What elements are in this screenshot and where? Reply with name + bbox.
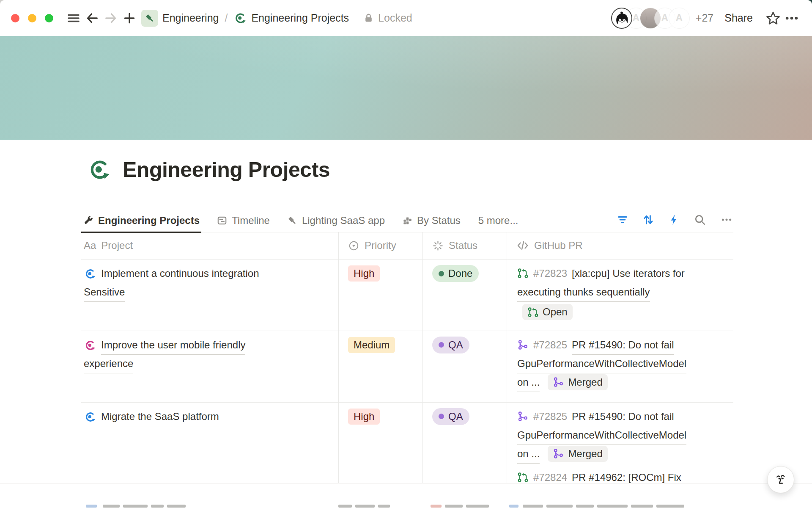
status-label: QA <box>448 411 463 422</box>
status-dot <box>439 342 444 348</box>
column-header-github-pr[interactable]: GitHub PR <box>507 232 733 259</box>
pr-number: #72825 <box>533 336 567 354</box>
pr-line: on ...Merged <box>517 445 727 464</box>
filter-icon[interactable] <box>617 214 628 226</box>
view-tab-lighting-saas-app[interactable]: Lighting SaaS app <box>285 215 387 232</box>
status-cell[interactable]: QA <box>422 331 507 402</box>
github-pr-cell[interactable]: #72825PR #15490: Do not failGpuPerforman… <box>507 403 733 483</box>
project-title-line: Sensitive <box>84 283 332 302</box>
pr-state-badge[interactable]: Open <box>522 304 573 320</box>
priority-tag[interactable]: High <box>348 409 380 425</box>
pr-title-link[interactable]: GpuPerformanceWithCollectiveModel <box>517 355 686 373</box>
pr-line: executing thunks sequentially <box>517 283 727 302</box>
pr-line: GpuPerformanceWithCollectiveModel <box>517 426 727 445</box>
search-icon[interactable] <box>694 213 706 226</box>
pr-title-link[interactable]: GpuPerformanceWithCollectiveModel <box>517 426 686 445</box>
favorite-button[interactable] <box>764 9 782 28</box>
project-title-link[interactable]: Sensitive <box>84 283 125 302</box>
clipped-next-row <box>0 505 812 508</box>
github-pr-cell[interactable]: #72825PR #15490: Do not failGpuPerforman… <box>507 331 733 402</box>
pr-title-link[interactable]: executing thunks sequentially <box>517 283 650 302</box>
pr-title-link[interactable]: PR #14962: [ROCm] Fix <box>572 469 681 483</box>
column-header-status[interactable]: Status <box>422 232 507 259</box>
pr-title-link[interactable]: PR #15490: Do not fail <box>572 408 674 426</box>
pr-number: #72823 <box>533 265 567 282</box>
priority-tag[interactable]: High <box>348 265 380 282</box>
project-title-link[interactable]: experience <box>84 355 133 373</box>
pr-state-badge[interactable]: Merged <box>548 374 607 390</box>
project-cycle-icon <box>84 411 96 423</box>
project-cell[interactable]: Migrate the SaaS platform <box>81 403 338 483</box>
project-title-link[interactable]: Implement a continuous integration <box>101 265 259 283</box>
project-title-link[interactable]: Migrate the SaaS platform <box>101 408 219 426</box>
more-views-button[interactable]: 5 more... <box>478 215 518 232</box>
back-button[interactable] <box>83 9 102 28</box>
breadcrumb-parent-label[interactable]: Engineering <box>162 12 219 24</box>
project-cell[interactable]: Implement a continuous integrationSensit… <box>81 260 338 331</box>
locked-indicator[interactable]: Locked <box>363 12 412 24</box>
breadcrumb-separator: / <box>225 12 228 24</box>
pr-line: #72823[xla:cpu] Use iterators for <box>517 265 727 283</box>
project-cell[interactable]: Improve the user mobile friendlyexperien… <box>81 331 338 402</box>
pr-state-badge[interactable]: Merged <box>548 446 607 462</box>
new-page-button[interactable] <box>120 9 139 28</box>
column-header-project[interactable]: AaProject <box>81 232 338 259</box>
view-options-ellipsis-icon[interactable] <box>720 213 733 226</box>
page-title[interactable]: Engineering Projects <box>123 157 330 182</box>
status-cell[interactable]: Done <box>422 260 507 331</box>
view-tab-engineering-projects[interactable]: Engineering Projects <box>81 215 201 233</box>
pr-open-icon <box>527 306 539 318</box>
sidebar-toggle-button[interactable] <box>64 9 83 28</box>
status-pill[interactable]: QA <box>432 337 469 353</box>
minimize-window-button[interactable] <box>28 14 36 22</box>
project-title-line: Improve the user mobile friendly <box>84 336 332 355</box>
pr-badge-line: Open <box>522 303 727 320</box>
column-header-priority[interactable]: Priority <box>338 232 422 259</box>
close-window-button[interactable] <box>11 14 19 22</box>
wrench-icon <box>83 215 94 226</box>
page-icon-cycle[interactable] <box>87 157 112 182</box>
github-pr-cell[interactable]: #72823[xla:cpu] Use iterators forexecuti… <box>507 260 733 331</box>
status-pill[interactable]: Done <box>432 265 479 282</box>
view-tab-timeline[interactable]: Timeline <box>215 215 272 232</box>
project-title-link[interactable]: Improve the user mobile friendly <box>101 336 245 355</box>
view-tab-by-status[interactable]: By Status <box>400 215 462 232</box>
avatar-letter: A <box>676 12 683 24</box>
ellipsis-icon <box>783 10 800 27</box>
breadcrumb-current-label[interactable]: Engineering Projects <box>251 12 349 24</box>
zoom-window-button[interactable] <box>45 14 53 22</box>
pr-title-link[interactable]: PR #15490: Do not fail <box>572 336 674 355</box>
status-dot <box>439 414 444 419</box>
share-button[interactable]: Share <box>724 12 753 24</box>
projects-table: AaProjectPriorityStatusGitHub PR Impleme… <box>81 232 733 483</box>
select-property-icon <box>348 240 359 251</box>
pr-number: #72825 <box>533 408 567 425</box>
column-header-label: GitHub PR <box>534 240 583 251</box>
pr-open-icon <box>517 472 529 483</box>
window-controls <box>11 14 53 22</box>
collaborator-avatars[interactable]: A A A <box>611 8 690 29</box>
pr-title-link[interactable]: on ... <box>517 445 540 464</box>
priority-cell[interactable]: High <box>338 260 422 331</box>
pr-state-label: Open <box>543 306 568 318</box>
status-cell[interactable]: QA <box>422 403 507 483</box>
pr-line: #72825PR #15490: Do not fail <box>517 408 727 426</box>
automations-lightning-icon[interactable] <box>668 214 680 226</box>
status-property-icon <box>432 240 444 251</box>
pr-title-link[interactable]: [xla:cpu] Use iterators for <box>572 265 685 283</box>
status-pill[interactable]: QA <box>432 408 469 425</box>
pr-line: GpuPerformanceWithCollectiveModel <box>517 355 727 373</box>
pr-state-label: Merged <box>568 373 602 391</box>
collaborator-overflow-count[interactable]: +27 <box>696 12 713 24</box>
priority-cell[interactable]: High <box>338 403 422 483</box>
priority-cell[interactable]: Medium <box>338 331 422 402</box>
pr-title-link[interactable]: on ... <box>517 373 540 392</box>
breadcrumb-parent-item[interactable] <box>141 10 158 27</box>
column-header-label: Project <box>101 240 133 251</box>
forward-arrow-icon <box>104 11 118 25</box>
sort-icon[interactable] <box>642 213 655 226</box>
more-options-button[interactable] <box>782 9 801 28</box>
priority-tag[interactable]: Medium <box>348 337 395 353</box>
notion-ai-button[interactable] <box>767 466 794 493</box>
forward-button[interactable] <box>102 9 120 28</box>
